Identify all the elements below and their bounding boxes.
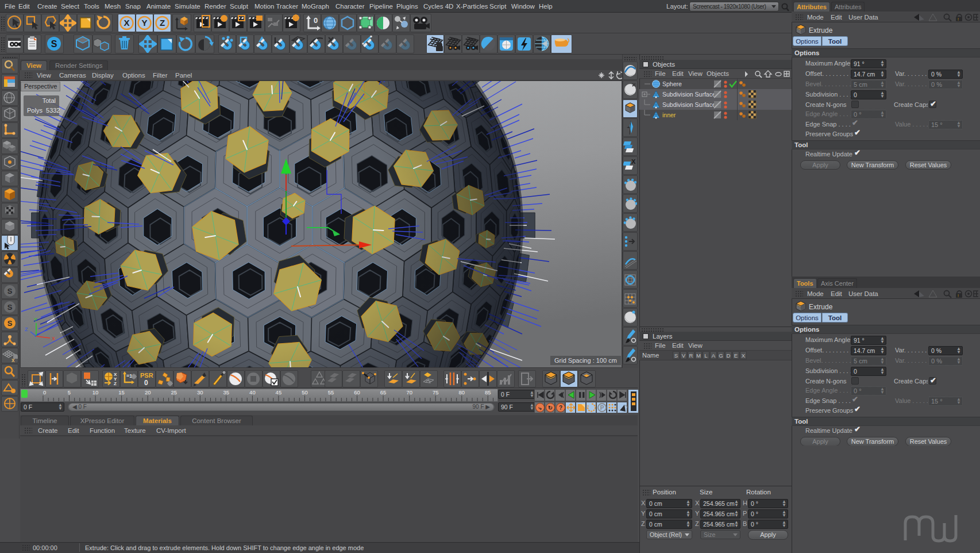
svg-text:45: 45 [276, 389, 282, 395]
svg-text:0: 0 [43, 389, 46, 395]
svg-text:20: 20 [145, 389, 151, 395]
svg-text:X: X [124, 18, 129, 28]
svg-text:P: P [600, 405, 604, 411]
svg-text:80: 80 [459, 389, 465, 395]
svg-text:Z: Z [25, 327, 28, 332]
svg-text:Z: Z [160, 18, 165, 28]
svg-text:0: 0 [144, 379, 148, 387]
svg-text:S: S [51, 39, 57, 49]
svg-text:75: 75 [433, 389, 439, 395]
svg-text:X: X [52, 336, 55, 341]
svg-text:Z: Z [114, 381, 117, 386]
svg-text:25: 25 [171, 389, 178, 395]
svg-text:=1: =1 [126, 373, 132, 379]
svg-text:!: ! [958, 17, 959, 21]
svg-text:85: 85 [485, 389, 491, 395]
svg-text:5: 5 [68, 389, 71, 395]
svg-text:60: 60 [354, 389, 360, 395]
svg-text:15: 15 [118, 389, 125, 395]
svg-text:50: 50 [302, 389, 308, 395]
svg-text:PSR: PSR [140, 372, 153, 379]
svg-text:0: 0 [314, 16, 318, 25]
svg-text:?: ? [559, 405, 562, 411]
svg-text:40: 40 [249, 389, 256, 395]
svg-text:Y: Y [34, 317, 37, 322]
svg-text:⤷: ⤷ [538, 405, 542, 411]
svg-text:↻: ↻ [548, 405, 553, 411]
svg-text:X: X [631, 158, 636, 165]
svg-text:70: 70 [406, 389, 412, 395]
svg-text:S: S [7, 303, 13, 312]
svg-text:!: ! [958, 294, 959, 298]
svg-text:Y: Y [141, 18, 147, 28]
svg-text:S: S [7, 287, 13, 295]
svg-text:65: 65 [380, 389, 387, 395]
svg-text:55: 55 [328, 389, 334, 395]
svg-text:10: 10 [92, 389, 99, 395]
svg-text:35: 35 [223, 389, 230, 395]
svg-text:30: 30 [197, 389, 203, 395]
svg-text:S: S [7, 319, 13, 328]
